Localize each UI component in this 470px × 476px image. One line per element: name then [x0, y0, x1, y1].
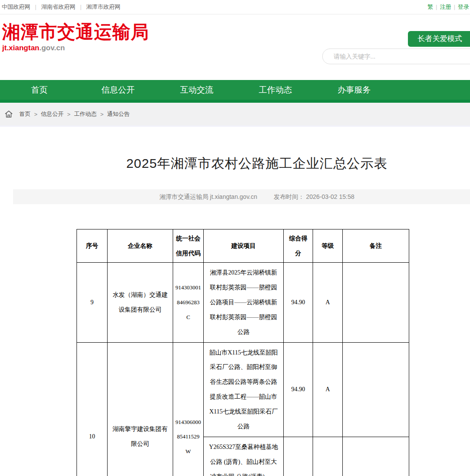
- article-meta-bar: 湘潭市交通运输局 jt.xiangtan.gov.cn 发布时间： 2026-0…: [13, 189, 470, 204]
- project-cell: Y265S327至桑葚种植基地公路 (沥青)、韶山村至大冲产业园 公路(沥青)—…: [204, 437, 284, 476]
- link-traditional-chinese[interactable]: 繁: [428, 3, 433, 11]
- site-logo[interactable]: 湘潭市交通运输局 jt.xiangtan.gov.cn: [2, 21, 149, 52]
- site-domain: jt.xiangtan.gov.cn: [2, 44, 149, 52]
- link-china-gov[interactable]: 中国政府网: [2, 3, 30, 11]
- table-header-cell: 备注: [343, 229, 409, 263]
- nav-item-services[interactable]: 办事服务: [315, 80, 393, 100]
- grade-cell: A: [313, 263, 343, 342]
- remark-cell: [343, 437, 409, 476]
- code-cell: 91430600085411529W: [173, 342, 204, 476]
- publish-time-label: 发布时间：: [274, 193, 304, 200]
- table-header-row: 序号企业名称统一社会信用代码建设项目综合得分等级备注: [77, 229, 409, 263]
- remark-cell: [343, 263, 409, 342]
- domain-bold: jt.xiangtan: [2, 44, 39, 52]
- company-table-body: 9水发（湖南）交通建设集团有限公司91430300184696283C湘潭县20…: [77, 263, 409, 476]
- project-cell: 湘潭县2025年云湖桥镇新联村彭英茶园——脐橙园公路项目——云湖桥镇新联村彭英茶…: [204, 263, 284, 342]
- search-input[interactable]: [322, 49, 470, 64]
- separator: |: [35, 4, 36, 10]
- link-login[interactable]: 登录: [458, 3, 469, 11]
- grade-cell: A: [313, 342, 343, 437]
- article-source: 湘潭市交通运输局 jt.xiangtan.gov.cn: [159, 193, 257, 200]
- score-cell: 94.90: [284, 437, 313, 476]
- table-header-cell: 综合得分: [284, 229, 313, 263]
- separator: |: [80, 4, 81, 10]
- table-header-cell: 企业名称: [108, 229, 173, 263]
- article-content: 2025年湘潭市农村公路施工企业汇总公示表 湘潭市交通运输局 jt.xiangt…: [13, 155, 470, 476]
- link-register[interactable]: 注册: [440, 3, 451, 11]
- table-header-cell: 等级: [313, 229, 343, 263]
- table-row: 9水发（湖南）交通建设集团有限公司91430300184696283C湘潭县20…: [77, 263, 409, 342]
- index-cell: 10: [77, 342, 108, 476]
- separator: |: [454, 4, 455, 10]
- score-cell: 94.90: [284, 263, 313, 342]
- crumb-notices[interactable]: 通知公告: [107, 110, 130, 118]
- crumb-separator: >: [34, 111, 38, 118]
- elder-mode-button[interactable]: 长者关爱模式: [408, 31, 470, 47]
- link-xiangtan-gov[interactable]: 湘潭市政府网: [86, 3, 120, 11]
- crumb-work-news[interactable]: 工作动态: [74, 110, 97, 118]
- grade-cell: A: [313, 437, 343, 476]
- table-header-cell: 统一社会信用代码: [173, 229, 204, 263]
- separator: |: [436, 4, 437, 10]
- top-utility-bar: 中国政府网 | 湖南省政府网 | 湘潭市政府网 繁 | 注册 | 登录: [0, 0, 470, 14]
- crumb-separator: >: [67, 111, 71, 118]
- publish-time: 2026-03-02 15:58: [306, 193, 355, 200]
- nav-item-interaction[interactable]: 互动交流: [157, 80, 236, 100]
- company-cell: 水发（湖南）交通建设集团有限公司: [108, 263, 173, 342]
- company-cell: 湖南擎宇建设集团有限公司: [108, 342, 173, 476]
- site-name: 湘潭市交通运输局: [2, 21, 149, 43]
- main-nav: 首页 信息公开 互动交流 工作动态 办事服务: [0, 80, 470, 100]
- company-table-head: 序号企业名称统一社会信用代码建设项目综合得分等级备注: [77, 229, 409, 263]
- account-links: 繁 | 注册 | 登录: [428, 3, 469, 11]
- table-header-cell: 建设项目: [204, 229, 284, 263]
- crumb-separator: >: [100, 111, 104, 118]
- project-cell: 韶山市X115七龙线至韶阳采石厂公路、韶阳村至御谷生态园公路等两条公路提质改造工…: [204, 342, 284, 437]
- link-hunan-gov[interactable]: 湖南省政府网: [41, 3, 75, 11]
- nav-item-home[interactable]: 首页: [0, 80, 79, 100]
- home-icon[interactable]: [4, 110, 13, 118]
- domain-suffix: .gov.cn: [39, 44, 65, 52]
- crumb-info-disclosure[interactable]: 信息公开: [41, 110, 64, 118]
- breadcrumb: 首页 > 信息公开 > 工作动态 > 通知公告: [0, 103, 470, 127]
- company-table: 序号企业名称统一社会信用代码建设项目综合得分等级备注 9水发（湖南）交通建设集团…: [77, 229, 409, 476]
- page-title: 2025年湘潭市农村公路施工企业汇总公示表: [13, 155, 470, 173]
- remark-cell: [343, 342, 409, 437]
- site-search: [322, 49, 470, 64]
- index-cell: 9: [77, 263, 108, 342]
- score-cell: 94.90: [284, 342, 313, 437]
- nav-item-work-news[interactable]: 工作动态: [236, 80, 315, 100]
- table-header-cell: 序号: [77, 229, 108, 263]
- gov-site-links: 中国政府网 | 湖南省政府网 | 湘潭市政府网: [2, 3, 120, 11]
- table-row: 10湖南擎宇建设集团有限公司91430600085411529W韶山市X115七…: [77, 342, 409, 437]
- nav-bottom-strip: [0, 100, 470, 103]
- code-cell: 91430300184696283C: [173, 263, 204, 342]
- nav-item-info-disclosure[interactable]: 信息公开: [79, 80, 157, 100]
- site-header: 湘潭市交通运输局 jt.xiangtan.gov.cn 长者关爱模式: [0, 14, 470, 80]
- crumb-home[interactable]: 首页: [19, 110, 31, 118]
